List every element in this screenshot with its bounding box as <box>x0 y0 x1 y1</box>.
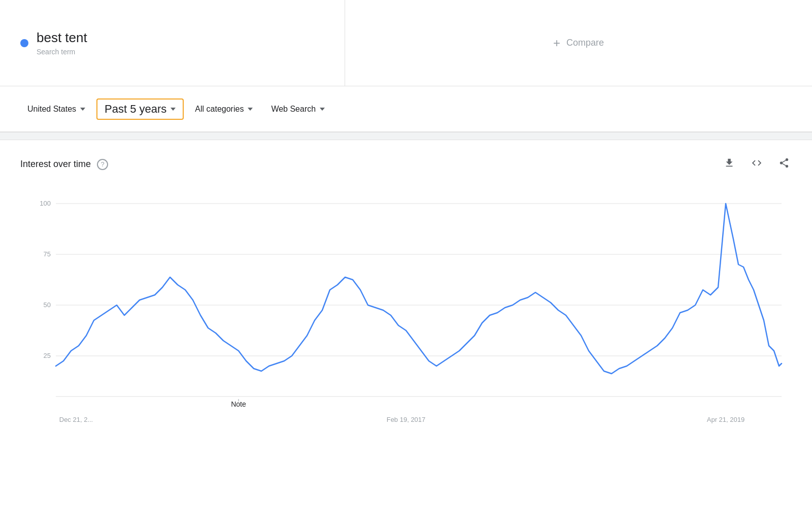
region-filter[interactable]: United States <box>20 101 92 118</box>
search-term-section: best tent Search term <box>0 0 345 86</box>
embed-button[interactable] <box>749 155 764 173</box>
time-range-chevron-icon <box>171 108 176 111</box>
time-range-filter-label: Past 5 years <box>105 103 166 116</box>
x-label-end: Apr 21, 2019 <box>707 416 745 423</box>
chart-container: 100 75 50 25 Dec 21, 2... Feb 19, 2017 A… <box>20 188 792 465</box>
region-filter-label: United States <box>27 105 76 114</box>
share-icon <box>779 157 790 169</box>
search-type-chevron-icon <box>320 108 325 111</box>
download-button[interactable] <box>722 155 737 173</box>
y-label-75: 75 <box>44 250 51 258</box>
compare-label: Compare <box>566 38 604 48</box>
search-term-dot <box>20 39 28 47</box>
y-label-50: 50 <box>44 301 51 309</box>
y-label-25: 25 <box>44 352 51 359</box>
help-icon[interactable]: ? <box>97 159 108 170</box>
share-button[interactable] <box>776 155 792 173</box>
compare-plus-icon: + <box>553 36 560 50</box>
category-filter-label: All categories <box>195 105 244 114</box>
chart-title: Interest over time <box>20 159 91 170</box>
header-row: best tent Search term + Compare <box>0 0 812 86</box>
region-chevron-icon <box>80 108 85 111</box>
search-type-filter-label: Web Search <box>271 105 316 114</box>
chart-actions <box>722 155 792 173</box>
section-divider <box>0 132 812 140</box>
chart-section: Interest over time ? <box>0 140 812 475</box>
chart-header: Interest over time ? <box>20 155 792 173</box>
compare-section[interactable]: + Compare <box>345 0 812 86</box>
trend-line <box>56 204 782 374</box>
category-chevron-icon <box>248 108 253 111</box>
search-type-filter[interactable]: Web Search <box>264 101 332 118</box>
chart-title-area: Interest over time ? <box>20 159 108 170</box>
embed-icon <box>751 157 762 169</box>
x-label-start: Dec 21, 2... <box>59 416 93 423</box>
help-icon-label: ? <box>100 160 104 168</box>
search-term-name: best tent <box>37 30 87 46</box>
y-label-100: 100 <box>40 200 51 207</box>
search-term-text: best tent Search term <box>37 30 87 56</box>
trend-chart: 100 75 50 25 Dec 21, 2... Feb 19, 2017 A… <box>20 188 792 432</box>
filter-row: United States Past 5 years All categorie… <box>0 86 812 132</box>
x-label-mid: Feb 19, 2017 <box>387 416 426 423</box>
time-range-filter[interactable]: Past 5 years <box>96 98 184 120</box>
category-filter[interactable]: All categories <box>188 101 260 118</box>
download-icon <box>724 157 735 169</box>
search-term-label: Search term <box>37 48 87 56</box>
